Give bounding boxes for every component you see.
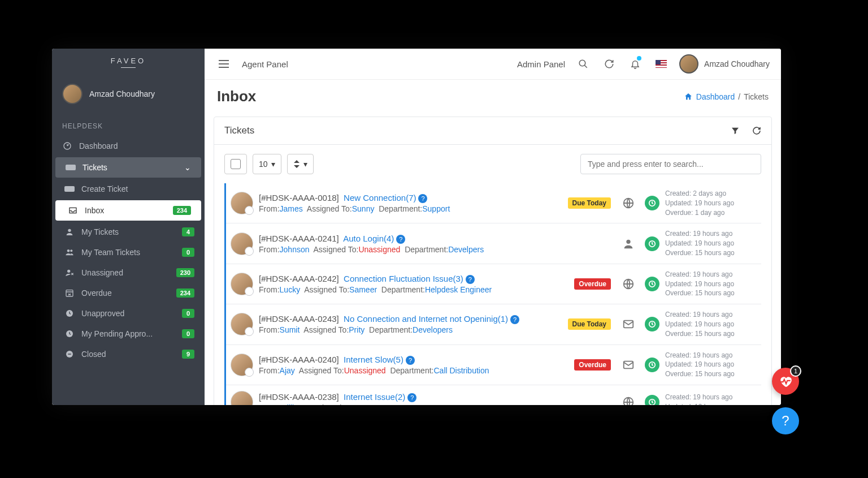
- avatar: [231, 313, 253, 335]
- breadcrumb: Dashboard / Tickets: [684, 92, 769, 101]
- department-link[interactable]: Support: [429, 403, 457, 405]
- search-icon[interactable]: [575, 56, 591, 72]
- sidebar-item-closed[interactable]: Closed9: [52, 344, 205, 364]
- admin-panel-link[interactable]: Admin Panel: [517, 59, 565, 69]
- sidebar-item-my-pending-appro[interactable]: My Pending Appro...0: [52, 324, 205, 344]
- count-badge: 234: [176, 288, 194, 298]
- ticket-timestamps: Created: 19 hours agoUpdated: 19 hours a…: [665, 393, 761, 405]
- ticket-id: [#HDSK-AAAA-0243]: [259, 314, 339, 324]
- search-input[interactable]: [580, 154, 761, 174]
- caret-down-icon: ▾: [303, 160, 307, 169]
- ticket-subject-link[interactable]: Auto Login(4): [343, 234, 394, 243]
- brand-logo: FAVEO: [52, 49, 205, 76]
- question-icon[interactable]: ?: [510, 315, 519, 324]
- status-badge: Overdue: [574, 278, 611, 290]
- source-icon: [622, 238, 635, 250]
- sidebar-item-my-tickets[interactable]: My Tickets4: [52, 222, 205, 242]
- bell-icon[interactable]: [627, 56, 643, 72]
- sidebar-menu: DashboardTickets⌄Create TicketInbox234My…: [52, 136, 205, 364]
- clock-icon: [645, 196, 659, 210]
- sidebar-user[interactable]: Amzad Choudhary: [52, 76, 205, 112]
- sidebar-item-dashboard[interactable]: Dashboard: [52, 136, 205, 156]
- from-link[interactable]: Sumit: [280, 325, 300, 334]
- help-fab[interactable]: ?: [772, 407, 799, 434]
- source-icon: [622, 318, 635, 330]
- status-badge: Due Today: [568, 197, 611, 209]
- page-header: Inbox Dashboard / Tickets: [205, 80, 781, 113]
- users-icon: [64, 248, 75, 257]
- ticket-subject-link[interactable]: No Connection and Internet not Openinig(…: [344, 314, 508, 324]
- ticket-subject-link[interactable]: New Connection(7): [344, 193, 416, 203]
- sort-dropdown[interactable]: ▾: [287, 154, 314, 174]
- avatar: [231, 232, 253, 255]
- department-link[interactable]: Call Distribution: [433, 366, 489, 375]
- sidebar-item-unapproved[interactable]: Unapproved0: [52, 303, 205, 324]
- assigned-to[interactable]: Sunny: [352, 204, 375, 213]
- ticket-subject-link[interactable]: Internet Slow(5): [344, 355, 403, 364]
- health-fab[interactable]: 1: [772, 368, 799, 395]
- question-icon[interactable]: ?: [407, 393, 416, 402]
- topbar: Agent Panel Admin Panel Amzad Choudhary: [205, 49, 781, 80]
- sidebar-item-label: Unassigned: [81, 268, 123, 277]
- breadcrumb-current: Tickets: [744, 92, 769, 101]
- ticket-timestamps: Created: 19 hours agoUpdated: 19 hours a…: [665, 229, 761, 257]
- ticket-body: [#HDSK-AAAA-0238] Internet Issue(2)?From…: [259, 392, 566, 405]
- refresh-icon[interactable]: [752, 126, 761, 135]
- assigned-to[interactable]: Sameer: [354, 403, 382, 405]
- select-all-checkbox[interactable]: [224, 154, 247, 174]
- minus-circle-icon: [64, 350, 75, 359]
- from-link[interactable]: Lucky: [280, 285, 301, 294]
- ticket-timestamps: Created: 19 hours agoUpdated: 19 hours a…: [665, 351, 761, 379]
- svg-rect-1: [66, 165, 76, 170]
- tickets-panel: Tickets 10▾ ▾ [#HDSK-AAAA-0018] New Conn…: [214, 117, 772, 405]
- question-icon[interactable]: ?: [418, 194, 427, 203]
- ticket-row[interactable]: [#HDSK-AAAA-0241] Auto Login(4)?From:Joh…: [226, 223, 761, 263]
- agent-panel-link[interactable]: Agent Panel: [242, 59, 288, 69]
- assigned-to[interactable]: Prity: [349, 325, 364, 334]
- ticket-subject-link[interactable]: Internet Issue(2): [344, 392, 405, 402]
- from-link[interactable]: William: [280, 403, 305, 405]
- sidebar-item-tickets[interactable]: Tickets⌄: [55, 157, 201, 178]
- sidebar-section-title: HELPDESK: [52, 112, 205, 136]
- department-link[interactable]: Support: [422, 204, 450, 213]
- hamburger-icon[interactable]: [216, 56, 232, 72]
- question-icon[interactable]: ?: [406, 356, 415, 365]
- from-link[interactable]: Johnson: [280, 245, 310, 254]
- ticket-subject-link[interactable]: Connection Fluctuation Issue(3): [344, 274, 463, 283]
- sidebar-item-label: Inbox: [85, 206, 104, 215]
- sidebar-item-my-team-tickets[interactable]: My Team Tickets0: [52, 242, 205, 262]
- ticket-row[interactable]: [#HDSK-AAAA-0243] No Connection and Inte…: [226, 304, 761, 344]
- ticket-row[interactable]: [#HDSK-AAAA-0238] Internet Issue(2)?From…: [226, 385, 761, 405]
- sidebar-item-create-ticket[interactable]: Create Ticket: [52, 179, 205, 199]
- from-link[interactable]: James: [280, 204, 303, 213]
- filter-icon[interactable]: [731, 126, 740, 135]
- refresh-icon[interactable]: [601, 56, 617, 72]
- chevron-down-icon: ⌄: [184, 163, 191, 172]
- question-icon[interactable]: ?: [396, 235, 405, 244]
- department-link[interactable]: Develpers: [448, 245, 484, 254]
- sidebar-user-name: Amzad Choudhary: [89, 89, 155, 98]
- topbar-user[interactable]: Amzad Choudhary: [679, 54, 770, 74]
- notification-dot: [637, 56, 641, 61]
- sidebar-item-inbox[interactable]: Inbox234: [55, 200, 201, 221]
- home-icon: [684, 92, 693, 101]
- assigned-to: Unassigned: [358, 245, 400, 254]
- language-flag[interactable]: [653, 56, 669, 72]
- department-link[interactable]: Helpdesk Engineer: [425, 285, 492, 294]
- sidebar-item-unassigned[interactable]: Unassigned230: [52, 262, 205, 283]
- ticket-row[interactable]: [#HDSK-AAAA-0240] Internet Slow(5)?From:…: [226, 344, 761, 385]
- breadcrumb-dashboard[interactable]: Dashboard: [696, 92, 735, 101]
- page-size-dropdown[interactable]: 10▾: [253, 154, 281, 174]
- ticket-row[interactable]: [#HDSK-AAAA-0242] Connection Fluctuation…: [226, 264, 761, 304]
- ticket-row[interactable]: [#HDSK-AAAA-0018] New Connection(7)?From…: [226, 183, 761, 223]
- sidebar-item-overdue[interactable]: Overdue234: [52, 283, 205, 303]
- main: Agent Panel Admin Panel Amzad Choudhary …: [205, 49, 781, 405]
- status-badge: Due Today: [568, 318, 611, 330]
- question-icon[interactable]: ?: [466, 275, 475, 284]
- avatar: [231, 273, 253, 295]
- assigned-to[interactable]: Sameer: [349, 285, 377, 294]
- from-link[interactable]: Ajay: [280, 366, 295, 375]
- count-badge: 9: [182, 350, 194, 359]
- clock-icon: [645, 236, 659, 251]
- department-link[interactable]: Developers: [413, 325, 453, 334]
